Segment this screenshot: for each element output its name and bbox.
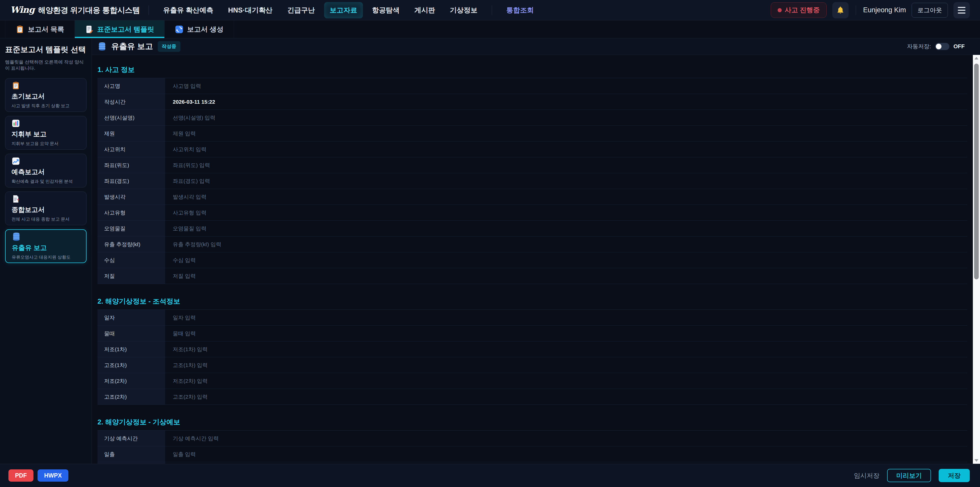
template-card-title: 종합보고서 <box>11 205 80 214</box>
field-input[interactable]: 유출 추정량(kℓ) 입력 <box>165 236 967 252</box>
user-name: Eunjeong Kim <box>863 6 906 14</box>
tab-1[interactable]: 표준보고서 템플릿 <box>75 21 165 38</box>
scrollbar-down-arrow[interactable] <box>973 457 980 464</box>
field-input[interactable]: 일출 입력 <box>165 446 967 462</box>
table-row: 오염물질오염물질 입력 <box>97 220 967 236</box>
field-label: 일출 <box>97 446 165 462</box>
temp-save-button[interactable]: 임시저장 <box>854 471 880 480</box>
form-table-0: 사고명사고명 입력작성시간2026-03-11 15:22선명(시설명)선명(시… <box>97 78 967 284</box>
scrollbar-up-arrow[interactable] <box>973 55 980 62</box>
autosave-state: OFF <box>953 43 965 50</box>
nav-item-3[interactable]: 보고자료 <box>324 2 363 18</box>
field-label: 제원 <box>97 126 165 141</box>
table-row: 유출 추정량(kℓ)유출 추정량(kℓ) 입력 <box>97 236 967 252</box>
field-input[interactable]: 일몰 입력 <box>165 462 967 464</box>
tab-label: 표준보고서 템플릿 <box>97 25 154 34</box>
field-input[interactable]: 물때 입력 <box>165 326 967 341</box>
field-input[interactable]: 저조(1차) 입력 <box>165 342 967 357</box>
refresh-icon <box>175 25 183 34</box>
field-input[interactable]: 좌표(경도) 입력 <box>165 173 967 189</box>
template-card-1[interactable]: 지휘부 보고지휘부 보고용 요약 문서 <box>5 116 86 150</box>
sidebar-subtitle: 템플릿을 선택하면 오른쪽에 작성 양식이 표시됩니다. <box>5 59 86 72</box>
table-row: 일자일자 입력 <box>97 310 967 326</box>
logout-button[interactable]: 로그아웃 <box>912 3 948 18</box>
nav-item-integrated-search[interactable]: 통합조회 <box>501 2 539 18</box>
form-table-1: 일자일자 입력물때물때 입력저조(1차)저조(1차) 입력고조(1차)고조(1차… <box>97 310 967 405</box>
report-form-header: 유출유 보고 작성중 자동저장: OFF <box>92 38 980 55</box>
tab-2[interactable]: 보고서 생성 <box>165 21 234 38</box>
field-input[interactable]: 저조(2차) 입력 <box>165 373 967 389</box>
template-card-list: 초기보고서사고 발생 직후 초기 상황 보고지휘부 보고지휘부 보고용 요약 문… <box>5 78 86 263</box>
divider <box>856 5 856 15</box>
export-hwpx-button[interactable]: HWPX <box>38 469 68 482</box>
field-input[interactable]: 사고위치 입력 <box>165 142 967 157</box>
template-sidebar: 표준보고서 템플릿 선택 템플릿을 선택하면 오른쪽에 작성 양식이 표시됩니다… <box>0 38 92 464</box>
field-label: 사고명 <box>97 78 165 94</box>
field-label: 기상 예측시간 <box>97 431 165 446</box>
vertical-scrollbar[interactable] <box>973 55 980 464</box>
field-input[interactable]: 사고명 입력 <box>165 78 967 94</box>
table-row: 일몰일몰 입력 <box>97 462 967 464</box>
field-input[interactable]: 사고유형 입력 <box>165 205 967 220</box>
field-label: 오염물질 <box>97 220 165 236</box>
tab-label: 보고서 목록 <box>28 25 64 34</box>
field-label: 일자 <box>97 310 165 325</box>
field-input[interactable]: 고조(1차) 입력 <box>165 357 967 373</box>
field-input[interactable]: 일자 입력 <box>165 310 967 325</box>
logo-wing-mark: Wing <box>10 5 35 15</box>
nav-item-6[interactable]: 기상정보 <box>444 2 483 18</box>
field-input[interactable]: 좌표(위도) 입력 <box>165 157 967 173</box>
field-input[interactable]: 기상 예측시간 입력 <box>165 431 967 446</box>
hamburger-icon <box>958 7 966 14</box>
template-card-3[interactable]: 종합보고서전체 사고 대응 종합 보고 문서 <box>5 192 86 225</box>
field-input[interactable]: 저질 입력 <box>165 268 967 284</box>
field-label: 일몰 <box>97 462 165 464</box>
section-heading-0: 1. 사고 정보 <box>97 65 967 74</box>
report-form-content: 1. 사고 정보사고명사고명 입력작성시간2026-03-11 15:22선명(… <box>92 55 980 464</box>
autosave-control: 자동저장: OFF <box>907 43 965 50</box>
template-card-desc: 유류오염사고 대응지원 상황도 <box>12 254 80 260</box>
template-card-title: 초기보고서 <box>11 92 80 101</box>
app-logo: Wing 해양환경 위기대응 통합시스템 <box>10 5 140 16</box>
field-input[interactable]: 수심 입력 <box>165 252 967 268</box>
incident-status-badge: 사고 진행중 <box>771 2 827 18</box>
divider <box>148 5 149 15</box>
template-card-4[interactable]: 유출유 보고유류오염사고 대응지원 상황도 <box>5 229 86 263</box>
report-tab-bar: 보고서 목록표준보고서 템플릿보고서 생성 <box>0 21 980 38</box>
table-row: 사고유형사고유형 입력 <box>97 205 967 220</box>
table-row: 저질저질 입력 <box>97 268 967 284</box>
footer-actions: 임시저장 미리보기 저장 <box>854 469 970 482</box>
status-badge: 작성중 <box>158 41 180 52</box>
field-label: 고조(2차) <box>97 389 165 404</box>
field-input[interactable]: 고조(2차) 입력 <box>165 389 967 404</box>
menu-button[interactable] <box>953 2 970 18</box>
template-card-icon-wrap <box>11 195 80 203</box>
oil-drum-icon <box>12 232 21 241</box>
template-card-0[interactable]: 초기보고서사고 발생 직후 초기 상황 보고 <box>5 78 86 112</box>
notifications-button[interactable] <box>832 2 849 18</box>
export-pdf-button[interactable]: PDF <box>8 469 33 482</box>
preview-button[interactable]: 미리보기 <box>887 469 931 482</box>
field-input[interactable]: 제원 입력 <box>165 126 967 141</box>
template-card-2[interactable]: 예측보고서확산예측 결과 및 민감자원 분석 <box>5 154 86 187</box>
template-card-desc: 사고 발생 직후 초기 상황 보고 <box>11 103 80 109</box>
save-button[interactable]: 저장 <box>939 469 970 482</box>
field-input[interactable]: 선명(시설명) 입력 <box>165 110 967 125</box>
tab-0[interactable]: 보고서 목록 <box>5 21 75 38</box>
table-row: 수심수심 입력 <box>97 252 967 268</box>
nav-item-0[interactable]: 유출유 확산예측 <box>158 2 219 18</box>
field-input[interactable]: 오염물질 입력 <box>165 220 967 236</box>
template-card-title: 유출유 보고 <box>12 243 80 252</box>
autosave-toggle[interactable] <box>935 43 950 50</box>
nav-item-1[interactable]: HNS·대기확산 <box>223 2 278 18</box>
table-row: 고조(2차)고조(2차) 입력 <box>97 389 967 405</box>
scrollbar-thumb[interactable] <box>974 64 979 279</box>
nav-item-5[interactable]: 게시판 <box>409 2 441 18</box>
field-label: 유출 추정량(kℓ) <box>97 236 165 252</box>
table-row: 좌표(위도)좌표(위도) 입력 <box>97 157 967 173</box>
nav-item-4[interactable]: 항공탐색 <box>366 2 405 18</box>
top-navigation-bar: Wing 해양환경 위기대응 통합시스템 유출유 확산예측HNS·대기확산긴급구… <box>0 0 980 21</box>
nav-item-2[interactable]: 긴급구난 <box>282 2 321 18</box>
field-input[interactable]: 발생시각 입력 <box>165 189 967 204</box>
field-input[interactable]: 2026-03-11 15:22 <box>165 94 967 110</box>
